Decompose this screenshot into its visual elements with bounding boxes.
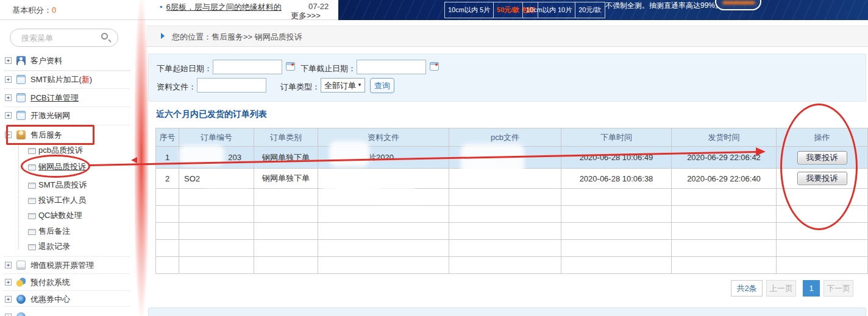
- cell-category: 钢网单独下单: [254, 169, 318, 189]
- points-label: 基本积分：: [12, 5, 52, 15]
- cell-pcb: [449, 169, 561, 189]
- price-box-2: 10cm以内 10片 20元/款: [522, 2, 605, 18]
- sidebar-item-prepayment[interactable]: 预付款系统: [0, 275, 137, 290]
- calendar-icon[interactable]: [430, 62, 439, 71]
- col-seq: 序号: [156, 128, 179, 147]
- cell-action: 我要投诉: [777, 147, 868, 169]
- complain-button[interactable]: 我要投诉: [797, 151, 847, 164]
- calendar-icon[interactable]: [286, 62, 295, 71]
- form-icon: [16, 93, 26, 102]
- sidebar-subitem-stencil-complaint[interactable]: 钢网品质投诉: [0, 160, 137, 174]
- col-category: 订单类别: [254, 128, 318, 147]
- subitem-label: 售后备注: [38, 226, 70, 237]
- pagination-next-button[interactable]: 下一页: [824, 280, 853, 297]
- collapse-icon[interactable]: [5, 132, 12, 138]
- table-row[interactable]: 2 SO2 钢网单独下单 2020-06-28 10:06:38 2020-06…: [156, 169, 868, 189]
- expand-icon[interactable]: [5, 57, 12, 64]
- cta-text-clipped: [722, 1, 755, 4]
- sidebar-subitem-pcb-complaint[interactable]: pcb品质投诉: [0, 143, 137, 158]
- expand-icon[interactable]: [5, 296, 12, 303]
- sidebar-item-pcb-orders[interactable]: PCB订单管理: [0, 90, 137, 106]
- breadcrumb: 您的位置：售后服务>> 钢网品质投诉: [146, 26, 868, 47]
- cell-order-time: 2020-06-28 10:06:49: [561, 147, 672, 169]
- divider: [4, 107, 130, 107]
- sidebar-item-smt[interactable]: SMT贴片加工(新): [0, 72, 137, 88]
- divider: [4, 71, 130, 71]
- cell-file: [318, 169, 449, 189]
- cell-seq: 2: [156, 169, 179, 189]
- order-list-title: 近六个月内已发货的订单列表: [156, 109, 267, 120]
- sidebar-subitem-after-sales-notes[interactable]: 售后备注: [0, 224, 137, 239]
- divider: [4, 273, 130, 274]
- sidebar-item-label: 售后服务: [30, 130, 62, 141]
- sidebar-item-label: 客户资料: [30, 55, 62, 66]
- sidebar-subitem-complaint-staff[interactable]: 投诉工作人员: [0, 193, 137, 208]
- sidebar-item-vat-invoice[interactable]: 增值税票开票管理: [0, 258, 137, 273]
- sidebar-item-label: PCB订单管理: [30, 93, 79, 104]
- col-ship-time: 发货时间: [672, 128, 777, 147]
- price2-qty: 10cm以内 10片: [523, 2, 575, 18]
- file-input[interactable]: [197, 78, 266, 93]
- pagination-current-page[interactable]: 1: [803, 280, 820, 297]
- news-link[interactable]: 6层板，层与层之间的绝缘材料的...: [160, 2, 282, 13]
- sidebar-subitem-smt-complaint[interactable]: SMT品质投诉: [0, 178, 137, 192]
- sidebar-subitem-refund-records[interactable]: 退款记录: [0, 239, 137, 254]
- expand-icon[interactable]: [5, 279, 12, 286]
- col-action: 操作: [777, 128, 868, 147]
- sidebar-item-cutoff[interactable]: [0, 309, 137, 316]
- sidebar-item-customer-info[interactable]: 客户资料: [0, 53, 137, 69]
- empty-row: [156, 206, 868, 223]
- expand-icon[interactable]: [5, 76, 12, 83]
- file-label: 资料文件：: [157, 82, 196, 93]
- news-more-link[interactable]: 更多>>>: [291, 10, 321, 21]
- cell-order-no: 203: [179, 147, 254, 169]
- price1-qty: 10cm以内 5片: [445, 2, 493, 18]
- order-type-label: 订单类型：: [280, 82, 320, 93]
- sidebar-item-after-sales[interactable]: 售后服务: [0, 127, 137, 143]
- sidebar: 客户资料 SMT贴片加工(新) PCB订单管理 开激光钢网 售后服务: [0, 20, 137, 316]
- menu-search[interactable]: [10, 29, 118, 47]
- red-highlight-band: [135, 0, 148, 316]
- new-badge: 新: [82, 75, 90, 84]
- divider: [4, 125, 130, 125]
- sidebar-item-label: 优惠券中心: [30, 294, 70, 305]
- query-button[interactable]: 查询: [370, 78, 394, 93]
- divider: [4, 306, 130, 307]
- end-date-input[interactable]: [357, 60, 426, 74]
- after-sales-icon: [16, 130, 26, 139]
- sidebar-subitem-qc-shortage[interactable]: QC缺数处理: [0, 208, 137, 223]
- list-icon: [28, 183, 36, 189]
- expand-icon[interactable]: [5, 112, 12, 119]
- expand-icon[interactable]: [5, 314, 12, 316]
- subitem-label: 退款记录: [38, 241, 70, 252]
- divider: [4, 256, 130, 257]
- sidebar-item-coupon-center[interactable]: 优惠券中心: [0, 292, 137, 307]
- empty-row: [156, 240, 868, 257]
- empty-row: [156, 257, 868, 274]
- start-date-input[interactable]: [213, 60, 282, 74]
- divider: [4, 88, 130, 89]
- col-order-time: 下单时间: [561, 128, 672, 147]
- col-pcb: pcb文件: [449, 128, 561, 147]
- sidebar-item-label: 开激光钢网: [30, 110, 70, 121]
- sidebar-item-stencil[interactable]: 开激光钢网: [0, 108, 137, 124]
- page: 基本积分：0 6层板，层与层之间的绝缘材料的... 07-22 更多>>> 10…: [0, 0, 868, 316]
- banner-tagline: 不强制全测。抽测直通率高达99%。: [605, 1, 722, 11]
- cell-ship-time: 2020-06-29 22:06:40: [672, 169, 777, 189]
- expand-icon[interactable]: [5, 262, 12, 269]
- banner-cta-button[interactable]: [715, 0, 761, 10]
- list-icon: [28, 148, 36, 154]
- subitem-label: SMT品质投诉: [38, 180, 87, 191]
- cell-ship-time: 2020-06-29 22:06:42: [672, 147, 777, 169]
- pagination-prev-button[interactable]: 上一页: [766, 280, 796, 297]
- order-type-select[interactable]: 全部订单 ▼: [321, 78, 365, 93]
- news-date: 07-22: [308, 2, 329, 11]
- complain-button[interactable]: 我要投诉: [797, 172, 847, 185]
- orders-table: 序号 订单编号 订单类别 资料文件 pcb文件 下单时间 发货时间 操作 1 2…: [155, 128, 868, 274]
- table-row[interactable]: 1 203 钢网单独下单 片2020 2020-06-28 10:06:49 2…: [156, 147, 868, 169]
- search-input[interactable]: [21, 32, 94, 44]
- search-icon[interactable]: [101, 33, 108, 40]
- col-order-no: 订单编号: [179, 128, 254, 147]
- expand-icon[interactable]: [5, 94, 12, 101]
- top-bar: 基本积分：0 6层板，层与层之间的绝缘材料的... 07-22 更多>>> 10…: [0, 0, 868, 20]
